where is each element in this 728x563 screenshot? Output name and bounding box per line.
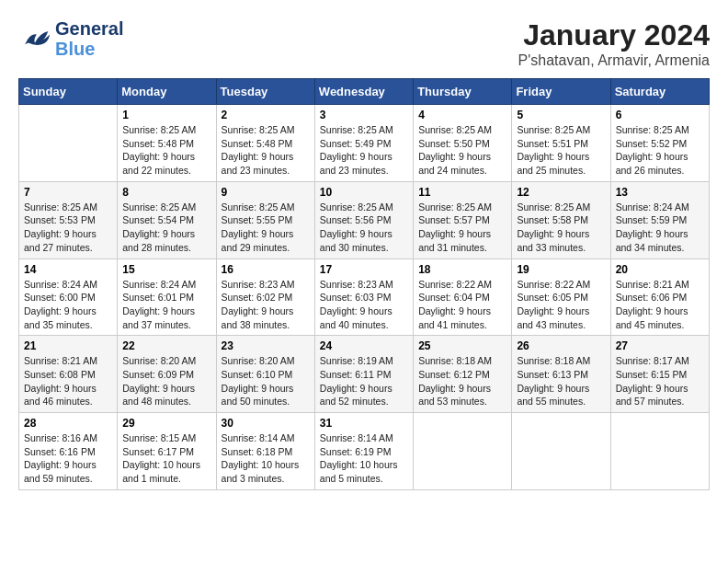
weekday-header: Saturday [610,79,709,105]
day-info: Sunrise: 8:25 AMSunset: 5:54 PMDaylight:… [122,201,210,255]
day-number: 30 [222,417,310,430]
day-number: 7 [24,186,112,199]
day-info: Sunrise: 8:16 AMSunset: 6:16 PMDaylight:… [24,431,112,486]
day-number: 15 [122,263,210,276]
calendar-cell: 20 Sunrise: 8:21 AMSunset: 6:06 PMDaylig… [610,259,709,336]
calendar-cell: 14 Sunrise: 8:24 AMSunset: 6:00 PMDaylig… [19,259,118,336]
day-info: Sunrise: 8:25 AMSunset: 5:52 PMDaylight:… [616,123,704,178]
day-number: 4 [418,109,506,121]
calendar-cell [19,105,118,182]
page-title: January 2024 [518,18,710,52]
day-number: 22 [122,339,210,352]
day-number: 20 [616,263,704,276]
calendar-cell: 5 Sunrise: 8:25 AMSunset: 5:51 PMDayligh… [512,105,610,182]
day-info: Sunrise: 8:24 AMSunset: 6:01 PMDaylight:… [122,278,210,332]
calendar-cell: 11 Sunrise: 8:25 AMSunset: 5:57 PMDaylig… [414,181,512,259]
calendar-cell: 24 Sunrise: 8:19 AMSunset: 6:11 PMDaylig… [314,336,413,413]
calendar-cell: 6 Sunrise: 8:25 AMSunset: 5:52 PMDayligh… [610,105,709,182]
day-number: 28 [24,417,112,430]
calendar-cell: 29 Sunrise: 8:15 AMSunset: 6:17 PMDaylig… [118,413,216,490]
day-info: Sunrise: 8:17 AMSunset: 6:15 PMDaylight:… [616,354,704,408]
calendar-cell: 18 Sunrise: 8:22 AMSunset: 6:04 PMDaylig… [414,259,512,336]
calendar-cell: 7 Sunrise: 8:25 AMSunset: 5:53 PMDayligh… [19,181,118,259]
day-info: Sunrise: 8:25 AMSunset: 5:53 PMDaylight:… [24,201,112,255]
calendar-week-row: 7 Sunrise: 8:25 AMSunset: 5:53 PMDayligh… [19,181,710,259]
day-number: 21 [24,339,112,352]
calendar-cell: 8 Sunrise: 8:25 AMSunset: 5:54 PMDayligh… [118,181,216,259]
day-info: Sunrise: 8:14 AMSunset: 6:18 PMDaylight:… [222,431,310,486]
day-info: Sunrise: 8:21 AMSunset: 6:06 PMDaylight:… [616,278,704,332]
calendar-cell: 3 Sunrise: 8:25 AMSunset: 5:49 PMDayligh… [314,105,413,182]
day-info: Sunrise: 8:25 AMSunset: 5:48 PMDaylight:… [222,123,310,178]
weekday-header: Monday [118,79,216,105]
day-info: Sunrise: 8:23 AMSunset: 6:02 PMDaylight:… [222,278,310,332]
day-info: Sunrise: 8:19 AMSunset: 6:11 PMDaylight:… [320,354,408,408]
day-number: 24 [320,339,408,352]
day-info: Sunrise: 8:24 AMSunset: 5:59 PMDaylight:… [616,201,704,255]
day-info: Sunrise: 8:22 AMSunset: 6:05 PMDaylight:… [517,278,605,332]
day-number: 2 [222,109,310,121]
day-info: Sunrise: 8:25 AMSunset: 5:57 PMDaylight:… [418,201,506,255]
weekday-header-row: SundayMondayTuesdayWednesdayThursdayFrid… [19,79,710,105]
calendar-cell: 17 Sunrise: 8:23 AMSunset: 6:03 PMDaylig… [314,259,413,336]
calendar-cell: 30 Sunrise: 8:14 AMSunset: 6:18 PMDaylig… [216,413,314,490]
day-info: Sunrise: 8:25 AMSunset: 5:58 PMDaylight:… [517,201,605,255]
day-number: 8 [122,186,210,199]
calendar-cell [512,413,610,490]
calendar-cell: 19 Sunrise: 8:22 AMSunset: 6:05 PMDaylig… [512,259,610,336]
calendar-table: SundayMondayTuesdayWednesdayThursdayFrid… [18,78,710,490]
day-info: Sunrise: 8:18 AMSunset: 6:13 PMDaylight:… [517,354,605,408]
calendar-cell: 4 Sunrise: 8:25 AMSunset: 5:50 PMDayligh… [414,105,512,182]
day-info: Sunrise: 8:25 AMSunset: 5:56 PMDaylight:… [320,201,408,255]
day-info: Sunrise: 8:25 AMSunset: 5:48 PMDaylight:… [122,123,210,178]
day-info: Sunrise: 8:20 AMSunset: 6:09 PMDaylight:… [122,354,210,408]
calendar-cell: 10 Sunrise: 8:25 AMSunset: 5:56 PMDaylig… [314,181,413,259]
day-info: Sunrise: 8:18 AMSunset: 6:12 PMDaylight:… [418,354,506,408]
day-number: 5 [517,109,605,121]
day-number: 17 [320,263,408,276]
calendar-cell: 13 Sunrise: 8:24 AMSunset: 5:59 PMDaylig… [610,181,709,259]
calendar-week-row: 1 Sunrise: 8:25 AMSunset: 5:48 PMDayligh… [19,105,710,182]
calendar-cell: 31 Sunrise: 8:14 AMSunset: 6:19 PMDaylig… [314,413,413,490]
day-number: 13 [616,186,704,199]
day-number: 29 [122,417,210,430]
day-info: Sunrise: 8:15 AMSunset: 6:17 PMDaylight:… [122,431,210,486]
day-number: 1 [122,109,210,121]
day-number: 14 [24,263,112,276]
day-number: 23 [222,339,310,352]
day-number: 16 [222,263,310,276]
calendar-cell: 16 Sunrise: 8:23 AMSunset: 6:02 PMDaylig… [216,259,314,336]
day-info: Sunrise: 8:25 AMSunset: 5:50 PMDaylight:… [418,123,506,178]
calendar-cell [610,413,709,490]
logo: General Blue [18,18,123,59]
weekday-header: Sunday [19,79,118,105]
day-info: Sunrise: 8:25 AMSunset: 5:55 PMDaylight:… [222,201,310,255]
calendar-cell [414,413,512,490]
day-info: Sunrise: 8:24 AMSunset: 6:00 PMDaylight:… [24,278,112,332]
day-number: 12 [517,186,605,199]
weekday-header: Friday [512,79,610,105]
calendar-cell: 21 Sunrise: 8:21 AMSunset: 6:08 PMDaylig… [19,336,118,413]
day-info: Sunrise: 8:23 AMSunset: 6:03 PMDaylight:… [320,278,408,332]
calendar-cell: 12 Sunrise: 8:25 AMSunset: 5:58 PMDaylig… [512,181,610,259]
calendar-cell: 15 Sunrise: 8:24 AMSunset: 6:01 PMDaylig… [118,259,216,336]
logo-text: General Blue [55,18,123,59]
day-number: 10 [320,186,408,199]
calendar-cell: 28 Sunrise: 8:16 AMSunset: 6:16 PMDaylig… [19,413,118,490]
day-number: 31 [320,417,408,430]
weekday-header: Wednesday [314,79,413,105]
weekday-header: Tuesday [216,79,314,105]
day-number: 11 [418,186,506,199]
day-number: 26 [517,339,605,352]
calendar-cell: 23 Sunrise: 8:20 AMSunset: 6:10 PMDaylig… [216,336,314,413]
day-number: 18 [418,263,506,276]
day-info: Sunrise: 8:25 AMSunset: 5:49 PMDaylight:… [320,123,408,178]
title-block: January 2024 P'shatavan, Armavir, Armeni… [518,18,710,69]
calendar-week-row: 28 Sunrise: 8:16 AMSunset: 6:16 PMDaylig… [19,413,710,490]
day-info: Sunrise: 8:20 AMSunset: 6:10 PMDaylight:… [222,354,310,408]
calendar-cell: 26 Sunrise: 8:18 AMSunset: 6:13 PMDaylig… [512,336,610,413]
logo-icon [18,26,51,52]
day-info: Sunrise: 8:25 AMSunset: 5:51 PMDaylight:… [517,123,605,178]
calendar-week-row: 21 Sunrise: 8:21 AMSunset: 6:08 PMDaylig… [19,336,710,413]
calendar-cell: 27 Sunrise: 8:17 AMSunset: 6:15 PMDaylig… [610,336,709,413]
